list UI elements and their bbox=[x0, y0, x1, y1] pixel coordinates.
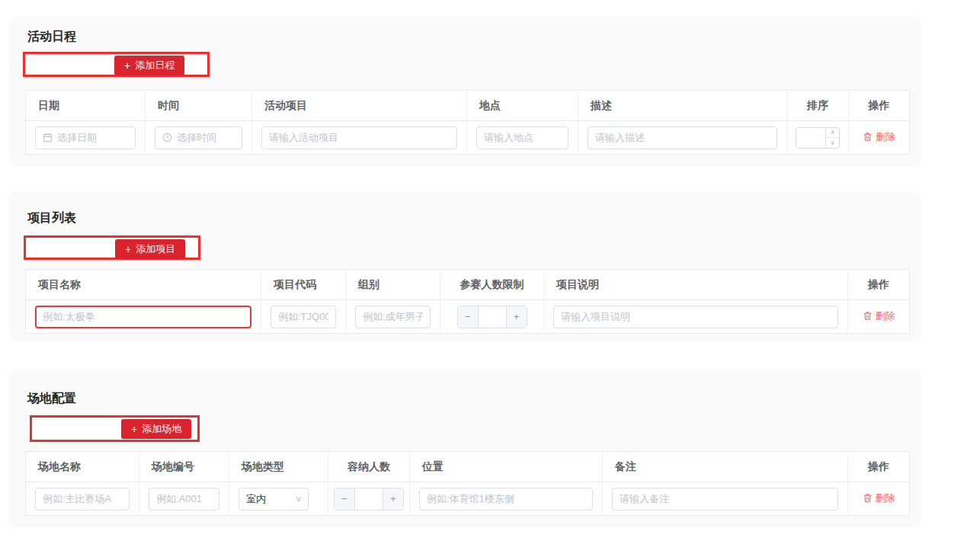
add-schedule-label: 添加日程 bbox=[135, 59, 175, 72]
decrease-icon[interactable]: − bbox=[458, 306, 479, 328]
add-project-label: 添加项目 bbox=[136, 242, 175, 256]
venue-position-input-wrap bbox=[419, 488, 593, 511]
time-input[interactable] bbox=[177, 132, 235, 143]
col-header-position: 位置 bbox=[410, 452, 603, 482]
plus-icon: + bbox=[124, 60, 130, 71]
projects-table-row: − + 删除 bbox=[26, 300, 910, 334]
section-projects: 项目列表 + 添加项目 项目名称 项目代码 组别 参赛人数限制 项目说明 操作 bbox=[9, 192, 921, 341]
group-input[interactable] bbox=[363, 311, 423, 322]
venue-position-input[interactable] bbox=[427, 493, 585, 504]
section-venues: 场地配置 + 添加场地 场地名称 场地编号 场地类型 容纳人数 位置 备注 操作 bbox=[9, 370, 921, 527]
col-header-location: 地点 bbox=[467, 91, 578, 121]
event-config-page: 活动日程 + 添加日程 日期 时间 活动项目 地点 描述 排序 操作 bbox=[0, 0, 980, 541]
plus-icon: + bbox=[131, 424, 137, 434]
venue-name-input[interactable] bbox=[43, 493, 122, 504]
delete-label: 删除 bbox=[876, 309, 895, 323]
venues-section-title: 场地配置 bbox=[27, 391, 76, 407]
delete-button[interactable]: 删除 bbox=[863, 309, 895, 323]
date-input[interactable] bbox=[57, 132, 128, 143]
col-header-project-code: 项目代码 bbox=[261, 270, 346, 300]
col-header-description: 描述 bbox=[578, 91, 787, 121]
participant-limit-stepper: − + bbox=[457, 306, 527, 328]
spinner-down-icon[interactable]: ∨ bbox=[826, 138, 839, 148]
venues-table: 场地名称 场地编号 场地类型 容纳人数 位置 备注 操作 bbox=[25, 451, 910, 516]
annotation-highlight-box: + 添加日程 bbox=[23, 52, 210, 77]
venue-note-input-wrap bbox=[612, 488, 838, 511]
delete-button[interactable]: 删除 bbox=[863, 491, 895, 505]
project-desc-input-wrap bbox=[553, 306, 838, 328]
col-header-venue-name: 场地名称 bbox=[26, 452, 139, 482]
description-input-wrap bbox=[588, 126, 777, 149]
venue-name-input-wrap bbox=[35, 488, 130, 511]
col-header-venue-code: 场地编号 bbox=[139, 452, 229, 482]
add-project-button[interactable]: + 添加项目 bbox=[115, 239, 185, 259]
time-picker-input[interactable] bbox=[155, 126, 242, 149]
description-input[interactable] bbox=[595, 132, 770, 143]
trash-icon bbox=[863, 493, 873, 503]
add-venue-label: 添加场地 bbox=[142, 422, 181, 436]
col-header-project-name: 项目名称 bbox=[26, 270, 261, 300]
calendar-icon bbox=[43, 133, 53, 142]
plus-icon: + bbox=[125, 244, 131, 254]
project-code-input-wrap bbox=[271, 306, 336, 328]
section-schedule: 活动日程 + 添加日程 日期 时间 活动项目 地点 描述 排序 操作 bbox=[9, 17, 921, 166]
venue-type-select[interactable]: 室内 ∨ bbox=[239, 488, 309, 511]
projects-section-title: 项目列表 bbox=[27, 210, 76, 226]
projects-table: 项目名称 项目代码 组别 参赛人数限制 项目说明 操作 bbox=[25, 269, 910, 334]
sort-number-input: ∧ ∨ bbox=[796, 127, 840, 149]
increase-icon[interactable]: + bbox=[506, 306, 527, 328]
capacity-input[interactable] bbox=[355, 488, 383, 510]
venues-table-header-row: 场地名称 场地编号 场地类型 容纳人数 位置 备注 操作 bbox=[26, 452, 910, 482]
col-header-activity: 活动项目 bbox=[252, 91, 467, 121]
col-header-sort: 排序 bbox=[787, 91, 849, 121]
project-desc-input[interactable] bbox=[561, 311, 831, 322]
col-header-time: 时间 bbox=[146, 91, 252, 121]
projects-table-header-row: 项目名称 项目代码 组别 参赛人数限制 项目说明 操作 bbox=[26, 270, 910, 300]
col-header-project-desc: 项目说明 bbox=[544, 270, 848, 300]
schedule-table: 日期 时间 活动项目 地点 描述 排序 操作 bbox=[25, 90, 910, 155]
delete-button[interactable]: 删除 bbox=[863, 130, 895, 144]
trash-icon bbox=[863, 132, 873, 142]
add-schedule-button[interactable]: + 添加日程 bbox=[114, 56, 184, 75]
col-header-participant-limit: 参赛人数限制 bbox=[440, 270, 544, 300]
col-header-venue-type: 场地类型 bbox=[229, 452, 328, 482]
capacity-stepper: − + bbox=[334, 488, 404, 511]
venue-code-input-wrap bbox=[149, 488, 219, 511]
venue-type-value: 室内 bbox=[246, 492, 266, 506]
col-header-capacity: 容纳人数 bbox=[328, 452, 410, 482]
col-header-note: 备注 bbox=[603, 452, 848, 482]
project-name-input[interactable] bbox=[43, 311, 244, 322]
group-input-wrap bbox=[355, 306, 431, 328]
activity-input-wrap bbox=[261, 126, 457, 149]
trash-icon bbox=[863, 311, 873, 321]
location-input-wrap bbox=[476, 126, 568, 149]
schedule-table-row: ∧ ∨ 删除 bbox=[26, 121, 910, 155]
participant-limit-input[interactable] bbox=[479, 306, 506, 328]
col-header-date: 日期 bbox=[26, 91, 146, 121]
decrease-icon[interactable]: − bbox=[335, 488, 355, 510]
project-code-input[interactable] bbox=[278, 311, 328, 322]
col-header-actions: 操作 bbox=[848, 452, 910, 482]
clock-icon bbox=[162, 133, 172, 142]
activity-input[interactable] bbox=[269, 132, 450, 143]
col-header-actions: 操作 bbox=[849, 91, 910, 121]
delete-label: 删除 bbox=[876, 491, 895, 505]
venue-code-input[interactable] bbox=[156, 493, 212, 504]
delete-label: 删除 bbox=[876, 130, 895, 144]
schedule-table-header-row: 日期 时间 活动项目 地点 描述 排序 操作 bbox=[26, 91, 910, 121]
annotation-highlight-box: + 添加场地 bbox=[30, 415, 200, 442]
project-name-input-wrap bbox=[35, 306, 251, 328]
increase-icon[interactable]: + bbox=[383, 488, 403, 510]
spinner-up-icon[interactable]: ∧ bbox=[826, 128, 839, 139]
date-picker-input[interactable] bbox=[35, 126, 136, 149]
sort-input[interactable] bbox=[796, 128, 825, 148]
col-header-group: 组别 bbox=[346, 270, 440, 300]
add-venue-button[interactable]: + 添加场地 bbox=[121, 419, 191, 439]
chevron-down-icon: ∨ bbox=[295, 495, 303, 503]
col-header-actions: 操作 bbox=[848, 270, 910, 300]
location-input[interactable] bbox=[484, 132, 561, 143]
annotation-highlight-box: + 添加项目 bbox=[24, 235, 200, 260]
venue-note-input[interactable] bbox=[620, 493, 831, 504]
schedule-section-title: 活动日程 bbox=[27, 29, 76, 45]
venues-table-row: 室内 ∨ − + bbox=[26, 482, 910, 516]
